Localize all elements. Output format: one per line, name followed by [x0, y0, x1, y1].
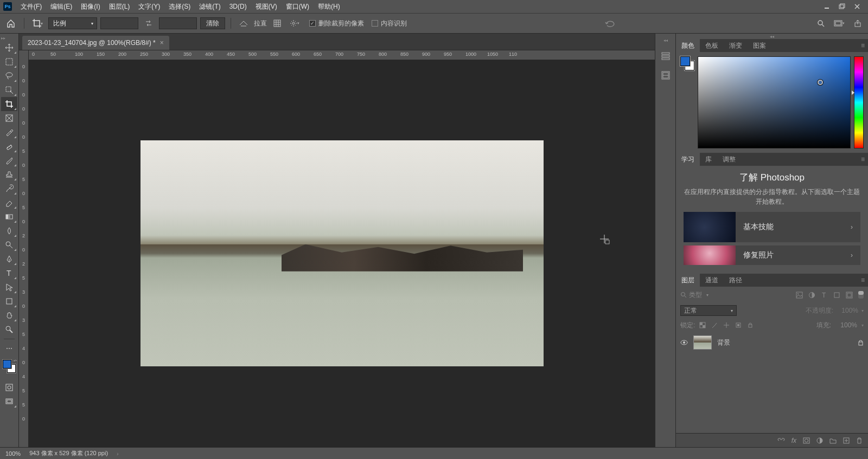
search-button[interactable] — [814, 17, 828, 29]
lock-icon[interactable] — [858, 339, 864, 346]
opacity-value[interactable]: 100% — [837, 307, 858, 314]
pen-tool[interactable] — [1, 252, 17, 266]
zoom-tool[interactable] — [1, 322, 17, 337]
properties-panel-icon[interactable] — [659, 69, 672, 82]
menu-window[interactable]: 窗口(W) — [282, 0, 314, 13]
status-flyout-button[interactable]: › — [117, 450, 119, 457]
dodge-tool[interactable] — [1, 238, 17, 252]
hand-tool[interactable] — [1, 308, 17, 322]
path-select-tool[interactable] — [1, 280, 17, 294]
collapse-handle[interactable]: ▸▸ — [0, 36, 5, 41]
history-brush-tool[interactable] — [1, 182, 17, 196]
layer-filter-type[interactable]: 类型 ▾ — [680, 290, 793, 300]
menu-layer[interactable]: 图层(L) — [105, 0, 135, 13]
filter-smart-icon[interactable] — [846, 292, 853, 299]
lock-position-icon[interactable] — [723, 322, 730, 328]
quick-mask-button[interactable] — [1, 380, 17, 395]
tab-libraries[interactable]: 库 — [700, 153, 717, 166]
home-button[interactable] — [3, 16, 18, 30]
tab-paths[interactable]: 路径 — [724, 274, 748, 287]
filter-shape-icon[interactable] — [833, 292, 840, 299]
move-tool[interactable] — [1, 41, 17, 55]
blur-tool[interactable] — [1, 224, 17, 238]
crop-tool-indicator[interactable]: ▾ — [30, 16, 45, 30]
panel-collapse-handle[interactable]: ◂◂ — [676, 34, 868, 39]
tab-channels[interactable]: 通道 — [700, 274, 724, 287]
collapse-handle[interactable]: ◂◂ — [663, 38, 668, 43]
layer-background[interactable]: 背景 — [676, 332, 868, 353]
foreground-color[interactable] — [3, 360, 11, 369]
minimize-button[interactable] — [819, 1, 834, 12]
gradient-tool[interactable] — [1, 210, 17, 224]
group-button[interactable] — [829, 437, 837, 444]
reset-crop-button[interactable] — [603, 17, 617, 29]
shape-tool[interactable] — [1, 294, 17, 308]
crop-tool[interactable] — [1, 97, 17, 111]
tab-layers[interactable]: 图层 — [676, 274, 700, 287]
frame-tool[interactable] — [1, 111, 17, 125]
eyedropper-tool[interactable] — [1, 125, 17, 139]
hue-pointer[interactable] — [852, 90, 854, 95]
adjustment-layer-button[interactable] — [816, 437, 823, 444]
fill-value[interactable]: 100% — [835, 321, 857, 329]
learn-item-basics[interactable]: 基本技能 › — [684, 212, 860, 242]
brush-tool[interactable] — [1, 153, 17, 167]
healing-tool[interactable] — [1, 139, 17, 153]
menu-edit[interactable]: 编辑(E) — [46, 0, 76, 13]
lock-pixels-icon[interactable] — [711, 322, 718, 328]
zoom-level[interactable]: 100% — [5, 450, 21, 457]
share-button[interactable] — [851, 17, 865, 29]
edit-toolbar-button[interactable]: ⋯ — [1, 341, 17, 355]
overlay-grid-button[interactable] — [270, 17, 284, 29]
filter-adjust-icon[interactable] — [808, 292, 815, 299]
panel-menu-button[interactable]: ≡ — [858, 156, 868, 163]
layer-style-button[interactable]: fx — [792, 437, 796, 444]
hue-slider[interactable] — [854, 56, 864, 148]
screen-mode-tool[interactable] — [1, 395, 17, 409]
filter-type-icon[interactable]: T — [821, 292, 828, 299]
tab-adjustments[interactable]: 调整 — [717, 153, 741, 166]
menu-type[interactable]: 文字(Y) — [134, 0, 164, 13]
swap-colors-icon[interactable]: ⤺ — [14, 358, 17, 363]
new-layer-button[interactable] — [843, 437, 850, 444]
panel-menu-button[interactable]: ≡ — [858, 276, 868, 284]
lock-artboard-icon[interactable] — [735, 322, 742, 328]
marquee-tool[interactable] — [1, 55, 17, 69]
fg-color-swatch[interactable] — [680, 56, 690, 66]
eraser-tool[interactable] — [1, 196, 17, 210]
tab-swatches[interactable]: 色板 — [700, 39, 724, 52]
ratio-dropdown[interactable]: 比例▾ — [48, 17, 97, 29]
document-tab[interactable]: 2023-01-23_140704.jpg @ 100%(RGB/8#) * × — [22, 36, 169, 50]
straighten-icon-button[interactable] — [237, 17, 251, 29]
learn-item-retouch[interactable]: 修复照片 › — [684, 245, 860, 265]
crop-settings-button[interactable]: ▾ — [288, 17, 302, 29]
color-field[interactable] — [698, 56, 851, 148]
lock-transparency-icon[interactable] — [699, 322, 706, 328]
type-tool[interactable]: T — [1, 266, 17, 280]
menu-3d[interactable]: 3D(D) — [225, 0, 251, 13]
lasso-tool[interactable] — [1, 69, 17, 83]
ruler-horizontal[interactable]: 0 50100 150200 250300 350400 450500 5506… — [19, 50, 655, 60]
lock-all-icon[interactable] — [747, 322, 754, 328]
layer-name[interactable]: 背景 — [717, 338, 730, 347]
tab-gradients[interactable]: 渐变 — [724, 39, 748, 52]
link-layers-button[interactable] — [777, 437, 785, 444]
menu-filter[interactable]: 滤镜(T) — [195, 0, 225, 13]
stamp-tool[interactable] — [1, 167, 17, 182]
document-info[interactable]: 943 像素 x 529 像素 (120 ppi) — [29, 449, 108, 457]
content-aware-checkbox[interactable]: 内容识别 — [372, 19, 407, 28]
delete-pixels-checkbox[interactable]: ✓ 删除裁剪的像素 — [309, 19, 364, 28]
delete-layer-button[interactable] — [856, 437, 863, 444]
quick-select-tool[interactable] — [1, 83, 17, 97]
menu-image[interactable]: 图像(I) — [76, 0, 104, 13]
history-panel-icon[interactable] — [659, 49, 672, 62]
visibility-toggle[interactable] — [680, 340, 688, 345]
crop-height-input[interactable] — [159, 17, 197, 29]
crop-width-input[interactable] — [100, 17, 138, 29]
color-swatches[interactable]: ⤺ — [3, 360, 16, 373]
menu-view[interactable]: 视图(V) — [251, 0, 282, 13]
tab-color[interactable]: 颜色 — [676, 39, 700, 52]
tab-close-button[interactable]: × — [160, 39, 164, 47]
menu-select[interactable]: 选择(S) — [164, 0, 195, 13]
menu-file[interactable]: 文件(F) — [16, 0, 46, 13]
